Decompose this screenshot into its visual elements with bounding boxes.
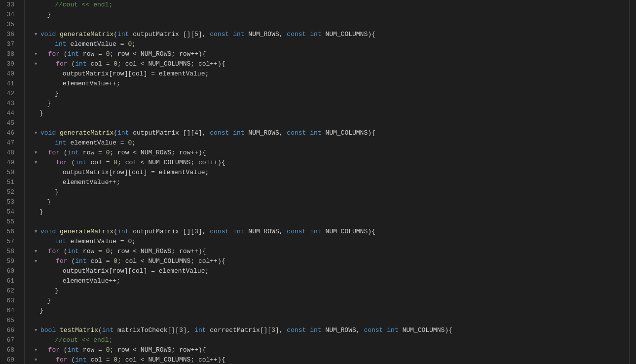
token-type: int: [102, 326, 113, 335]
token-plain: row =: [79, 345, 106, 355]
code-line: ▼ for (int col = 0; col < NUM_COLUMNS; c…: [25, 59, 629, 69]
token-plain: (: [68, 355, 75, 364]
fold-arrow-icon[interactable]: ▼: [35, 148, 39, 158]
token-plain: NUM_COLUMNS){: [399, 326, 452, 335]
fold-arrow-icon[interactable]: ▼: [35, 247, 39, 256]
code-line: elementValue++;: [25, 79, 629, 89]
indent: [39, 335, 55, 345]
line-number: 66: [0, 326, 18, 335]
fold-arrow-icon[interactable]: ▼: [35, 355, 39, 364]
token-plain: outputMatrix[row][col] = elementValue;: [63, 266, 209, 276]
token-plain: NUM_ROWS,: [322, 326, 364, 335]
token-kw: bool: [40, 326, 56, 335]
token-plain: NUM_COLUMNS){: [322, 227, 375, 237]
token-plain: ; row < NUM_ROWS; row++){: [110, 49, 206, 59]
indent: [40, 355, 56, 364]
token-plain: NUM_COLUMNS){: [322, 128, 375, 138]
token-plain: ; row < NUM_ROWS; row++){: [110, 345, 206, 355]
line-number: 44: [0, 109, 18, 118]
line-number: 64: [0, 306, 18, 316]
token-plain: row =: [79, 247, 106, 256]
code-line: }: [25, 99, 629, 109]
token-plain: (: [68, 158, 75, 168]
scrollbar[interactable]: [629, 0, 636, 364]
line-number: 69: [0, 355, 18, 364]
indent: [40, 49, 48, 59]
indent: [39, 187, 55, 197]
code-line: outputMatrix[row][col] = elementValue;: [25, 69, 629, 79]
token-plain: row =: [79, 148, 106, 158]
token-type: int: [233, 128, 244, 138]
indent: [40, 256, 56, 266]
line-numbers-gutter: 3334353637383940414243444546474849505152…: [0, 0, 25, 364]
indent: [39, 89, 55, 99]
token-type: int: [75, 256, 86, 266]
fold-arrow-icon[interactable]: ▼: [35, 158, 39, 168]
line-number: 67: [0, 335, 18, 345]
code-line: }: [25, 197, 629, 207]
token-kw: const: [287, 227, 306, 237]
line-number: 33: [0, 0, 18, 10]
token-kw2: for: [48, 345, 60, 355]
code-line: }: [25, 286, 629, 296]
line-number: 51: [0, 178, 18, 187]
line-number: 43: [0, 99, 18, 109]
token-plain: [56, 30, 60, 39]
code-line: }: [25, 306, 629, 316]
token-fn: generateMatrix: [60, 128, 113, 138]
line-number: 54: [0, 207, 18, 217]
fold-arrow-icon[interactable]: ▼: [35, 256, 39, 266]
token-type: int: [75, 355, 86, 364]
token-num: 0: [106, 49, 110, 59]
token-comment: //cout << endl;: [55, 335, 112, 345]
line-number: 63: [0, 296, 18, 306]
line-number: 47: [0, 138, 18, 148]
fold-arrow-icon[interactable]: ▼: [35, 345, 39, 355]
fold-arrow-icon[interactable]: ▼: [35, 59, 39, 69]
token-kw: const: [287, 128, 306, 138]
code-line: ▼void generateMatrix(int outputMatrix []…: [25, 128, 629, 138]
fold-arrow-icon[interactable]: ▼: [35, 30, 39, 39]
indent: [39, 0, 55, 10]
line-number: 39: [0, 59, 18, 69]
line-number: 34: [0, 10, 18, 20]
fold-arrow-icon[interactable]: ▼: [35, 227, 39, 237]
fold-arrow-icon[interactable]: ▼: [35, 128, 39, 138]
code-line: [25, 20, 629, 30]
token-type: int: [233, 227, 244, 237]
fold-arrow-icon[interactable]: ▼: [35, 326, 39, 335]
token-kw: const: [287, 30, 306, 39]
code-line: int elementValue = 0;: [25, 237, 629, 247]
token-kw: const: [210, 30, 229, 39]
code-line: ▼ for (int row = 0; row < NUM_ROWS; row+…: [25, 247, 629, 256]
token-kw2: for: [56, 355, 67, 364]
fold-arrow-icon[interactable]: ▼: [35, 49, 39, 59]
code-line: }: [25, 89, 629, 99]
indent: [39, 286, 55, 296]
token-kw2: for: [48, 49, 60, 59]
token-type: int: [55, 237, 66, 247]
token-type: int: [117, 30, 129, 39]
code-line: [25, 316, 629, 326]
token-num: 0: [128, 39, 132, 49]
token-plain: elementValue++;: [63, 178, 120, 187]
code-line: elementValue++;: [25, 276, 629, 286]
token-plain: [229, 128, 233, 138]
line-number: 42: [0, 89, 18, 99]
token-kw: const: [210, 128, 229, 138]
token-plain: outputMatrix[row][col] = elementValue;: [63, 69, 209, 79]
token-plain: ;: [132, 237, 136, 247]
indent: [39, 296, 47, 306]
code-content[interactable]: //cout << endl; }▼void generateMatrix(in…: [25, 0, 629, 364]
token-type: int: [310, 30, 321, 39]
code-line: outputMatrix[row][col] = elementValue;: [25, 168, 629, 178]
line-number: 45: [0, 118, 18, 128]
token-kw: const: [364, 326, 383, 335]
token-plain: ;: [132, 39, 136, 49]
token-punct: }: [47, 10, 51, 20]
token-plain: outputMatrix[row][col] = elementValue;: [63, 168, 209, 178]
token-plain: elementValue =: [67, 138, 128, 148]
token-punct: }: [39, 109, 43, 118]
token-plain: NUM_COLUMNS){: [322, 30, 375, 39]
line-number: 50: [0, 168, 18, 178]
